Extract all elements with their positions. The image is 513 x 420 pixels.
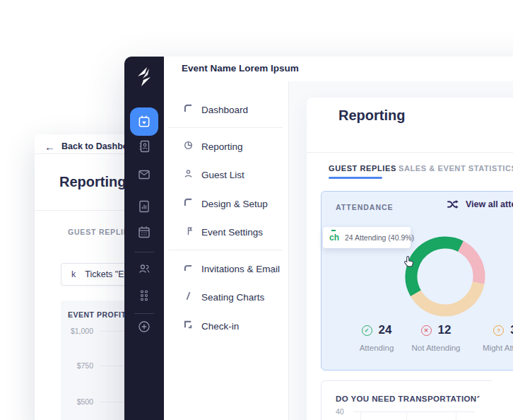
sidebar-envelope-icon[interactable] bbox=[137, 168, 151, 182]
divider bbox=[168, 127, 283, 128]
menu-item-reporting[interactable]: Reporting bbox=[164, 138, 288, 155]
menu-item-check-in[interactable]: Check-in bbox=[164, 317, 288, 334]
shuffle-arrows-icon bbox=[447, 199, 459, 209]
menu-item-seating-charts[interactable]: Seating Charts bbox=[164, 288, 288, 305]
divider bbox=[134, 252, 154, 252]
gridline bbox=[456, 412, 456, 420]
icon-sidebar bbox=[124, 57, 164, 420]
sidebar-media-icon[interactable] bbox=[137, 199, 151, 214]
stat-might-attend: ? 3 Might Attend bbox=[473, 323, 513, 352]
stat-value: 12 bbox=[438, 323, 452, 337]
attendance-donut-chart[interactable] bbox=[405, 236, 485, 317]
menu-item-label: Event Settings bbox=[201, 227, 263, 238]
page-title: Reporting bbox=[338, 107, 405, 124]
menu-item-guest-list[interactable]: Guest List bbox=[164, 166, 288, 183]
app-logo-icon bbox=[134, 66, 155, 88]
event-name-title: Event Name Lorem Ipsum bbox=[182, 63, 299, 74]
hand-cursor-icon bbox=[403, 255, 415, 268]
ticket-icon: k bbox=[71, 269, 76, 279]
menu-item-label: Check-in bbox=[201, 321, 239, 332]
menu-item-label: Design & Setup bbox=[201, 199, 268, 209]
y-axis-tick: $1,000 bbox=[61, 327, 93, 335]
invitations-icon bbox=[183, 262, 194, 276]
menu-item-label: Guest List bbox=[201, 170, 244, 180]
menu-item-label: Reporting bbox=[201, 141, 243, 152]
sidebar-add-icon[interactable] bbox=[137, 320, 151, 334]
tooltip-text: 24 Attending (40.9%) bbox=[345, 233, 414, 242]
sidebar-calendar-grid-icon[interactable] bbox=[137, 225, 151, 239]
chevron-down-icon bbox=[269, 265, 276, 278]
sidebar-apps-icon[interactable] bbox=[137, 288, 151, 303]
active-tab-underline bbox=[329, 177, 382, 179]
reporting-panel: Reporting GUEST REPLIES SALES & EVENT ST… bbox=[307, 98, 513, 420]
app-window: Event Name Lorem Ipsum Dashboard Reporti… bbox=[124, 57, 513, 420]
content-area: Reporting GUEST REPLIES SALES & EVENT ST… bbox=[289, 81, 513, 420]
event-settings-icon bbox=[183, 226, 194, 239]
guest-list-icon bbox=[183, 168, 194, 182]
sidebar-item-event-active[interactable] bbox=[130, 107, 158, 136]
chart-title: EVENT PROFIT bbox=[68, 310, 126, 319]
question-circle-icon: ? bbox=[493, 325, 504, 336]
event-calendar-heart-icon bbox=[137, 115, 151, 129]
stat-value: 24 bbox=[379, 323, 392, 337]
menu-item-invitations-email[interactable]: Invitations & Email bbox=[164, 260, 288, 277]
sidebar-address-book-icon[interactable] bbox=[137, 139, 151, 153]
gridline bbox=[360, 412, 361, 420]
menu-item-dashboard[interactable]: Dashboard bbox=[164, 101, 288, 118]
page-title: Reporting bbox=[59, 174, 126, 190]
divider bbox=[134, 313, 154, 314]
check-in-icon bbox=[183, 320, 194, 333]
divider bbox=[307, 152, 513, 153]
menu-item-label: Dashboard bbox=[201, 105, 248, 115]
chart-tooltip: ch 24 Attending (40.9%) bbox=[323, 227, 411, 248]
stat-label: Might Attend bbox=[473, 344, 513, 352]
tab-sales-event-statistics[interactable]: SALES & EVENT STATISTICS bbox=[399, 164, 513, 173]
stat-attending: ✓ 24 Attending bbox=[345, 323, 408, 352]
gridline bbox=[406, 412, 407, 420]
x-circle-icon: ✕ bbox=[421, 325, 432, 336]
nav-menu: Dashboard Reporting Guest List Design & … bbox=[164, 81, 288, 420]
view-all-attendance-label: View all attendance bbox=[466, 199, 513, 209]
y-axis-tick: $750 bbox=[61, 361, 93, 370]
back-arrow-icon: ← bbox=[45, 141, 55, 152]
dashboard-icon bbox=[183, 103, 194, 117]
sidebar-attendees-icon[interactable] bbox=[137, 262, 151, 276]
menu-item-label: Seating Charts bbox=[201, 292, 264, 303]
menu-item-design-setup[interactable]: Design & Setup bbox=[164, 195, 288, 212]
topbar: Event Name Lorem Ipsum bbox=[164, 57, 513, 82]
seating-charts-icon bbox=[183, 291, 194, 304]
stat-not-attending: ✕ 12 Not Attending bbox=[404, 323, 468, 352]
transportation-card-title: DO YOU NEED TRANSPORTATION? bbox=[336, 395, 482, 403]
attendance-card: ATTENDANCE View all attendance ch 24 A bbox=[321, 191, 513, 371]
menu-item-event-settings[interactable]: Event Settings bbox=[164, 223, 288, 240]
attendance-card-title: ATTENDANCE bbox=[336, 203, 394, 211]
view-all-attendance-link[interactable]: View all attendance bbox=[447, 199, 513, 209]
design-setup-icon bbox=[183, 197, 194, 211]
check-circle-icon: ✓ bbox=[362, 325, 372, 336]
divider bbox=[168, 250, 283, 250]
tooltip-legend-glyph: ch bbox=[329, 233, 339, 243]
reporting-icon bbox=[183, 140, 194, 153]
tab-guest-replies[interactable]: GUEST REPLIES bbox=[329, 164, 396, 173]
stat-label: Attending bbox=[345, 344, 408, 352]
y-axis-tick: 40 bbox=[336, 407, 344, 416]
stat-value: 3 bbox=[510, 323, 513, 337]
stat-label: Not Attending bbox=[404, 344, 468, 352]
y-axis-tick: $500 bbox=[61, 397, 93, 406]
